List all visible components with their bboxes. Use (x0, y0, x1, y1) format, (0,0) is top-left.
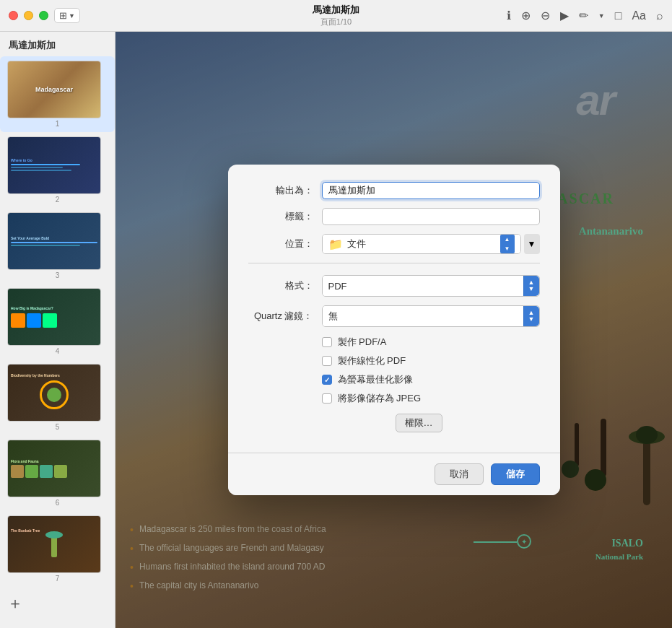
checkbox-row-2: 製作線性化 PDF (322, 354, 540, 367)
checkbox-pdf-a-label: 製作 PDF/A (338, 336, 387, 349)
quartz-label: Quartz 濾鏡： (248, 310, 313, 323)
slide-thumbnail-1[interactable]: Madagascar 1 (0, 56, 115, 132)
add-slide-button[interactable]: ＋ (7, 593, 108, 614)
slide-thumb-image-7: The Baobab Tree (7, 515, 101, 573)
zoom-out-icon[interactable]: ⊖ (541, 9, 550, 22)
export-input[interactable] (322, 182, 540, 199)
export-label: 輸出為： (248, 184, 313, 197)
save-button[interactable]: 儲存 (491, 463, 540, 485)
minimize-button[interactable] (24, 11, 33, 20)
slide-number-6: 6 (7, 497, 108, 507)
view-toggle[interactable]: ⊞ ▼ (54, 8, 80, 23)
checkbox-jpeg[interactable] (322, 393, 332, 404)
canvas-area: ar MADAGASCAR ✦ Antananarivo ✦ ISALONati… (115, 32, 672, 628)
format-icon[interactable]: Aa (632, 9, 646, 22)
quartz-row: Quartz 濾鏡： 無 ▲ ▼ (248, 305, 540, 327)
slide-thumb-image-5: Biodiversity by the Numbers (7, 364, 101, 422)
toolbar-tools: ℹ ⊕ ⊖ ▶ ✏ ▼ □ Aa ⌕ (507, 9, 663, 22)
zoom-in-icon[interactable]: ⊕ (521, 9, 531, 22)
plus-icon: ＋ (7, 593, 23, 614)
format-arrow: ▲ ▼ (523, 276, 539, 296)
chevron-down-icon: ▼ (69, 12, 75, 19)
slide-number-5: 5 (7, 422, 108, 431)
export-name-row: 輸出為： (248, 182, 540, 199)
view-icon: ⊞ (59, 10, 67, 21)
location-stepper[interactable]: 📁 文件 ▲ ▼ (322, 234, 521, 254)
location-label: 位置： (248, 237, 313, 250)
stepper-arrows[interactable]: ▲ ▼ (500, 235, 515, 253)
maximize-button[interactable] (39, 11, 48, 20)
dialog-actions: 取消 儲存 (228, 453, 560, 495)
info-icon[interactable]: ℹ (507, 9, 511, 22)
format-label: 格式： (248, 279, 313, 292)
save-dialog: 輸出為： 標籤： 位置： 📁 文件 (228, 165, 560, 495)
tags-input[interactable] (322, 208, 540, 225)
checkbox-row-3: ✓ 為螢幕最佳化影像 (322, 373, 540, 386)
main-area: 馬達加斯加 Madagascar 1 Where to Go 2 (0, 32, 672, 628)
sidebar: 馬達加斯加 Madagascar 1 Where to Go 2 (0, 32, 115, 628)
tags-label: 標籤： (248, 210, 313, 223)
dialog-overlay: 輸出為： 標籤： 位置： 📁 文件 (115, 32, 672, 628)
slide-number-3: 3 (7, 270, 108, 279)
slide-thumbnail-2[interactable]: Where to Go 2 (0, 132, 115, 208)
checkbox-row-4: 將影像儲存為 JPEG (322, 392, 540, 405)
checkbox-linearized[interactable] (322, 356, 332, 366)
slide-thumb-image-1: Madagascar (7, 61, 101, 118)
slide-thumb-image-6: Flora and Fauna (7, 440, 101, 497)
dialog-divider-1 (248, 263, 540, 263)
slide-thumbnail-7[interactable]: The Baobab Tree 7 (0, 511, 115, 587)
folder-icon: 📁 (328, 237, 343, 251)
checkbox-jpeg-label: 將影像儲存為 JPEG (338, 392, 422, 405)
slide-number-7: 7 (7, 573, 108, 583)
location-display: 📁 文件 ▲ ▼ (323, 235, 520, 253)
tags-row: 標籤： (248, 208, 540, 225)
quartz-value: 無 (323, 306, 523, 326)
slide-number-4: 4 (7, 346, 108, 355)
annotate-icon[interactable]: ✏ (579, 9, 588, 22)
sidebar-title: 馬達加斯加 (0, 32, 115, 56)
shapes-icon[interactable]: □ (615, 9, 622, 22)
quartz-select[interactable]: 無 ▲ ▼ (322, 305, 540, 327)
format-select[interactable]: PDF ▲ ▼ (322, 275, 540, 297)
traffic-lights (9, 11, 48, 20)
slide-thumbnail-6[interactable]: Flora and Fauna 6 (0, 435, 115, 511)
dialog-body: 輸出為： 標籤： 位置： 📁 文件 (228, 165, 560, 453)
permissions-button[interactable]: 權限… (396, 414, 442, 432)
quartz-arrow: ▲ ▼ (523, 306, 539, 326)
location-row: 位置： 📁 文件 ▲ ▼ ▼ (248, 234, 540, 254)
cancel-button[interactable]: 取消 (435, 463, 484, 485)
slide-thumbnail-5[interactable]: Biodiversity by the Numbers 5 (0, 359, 115, 435)
page-indicator: 頁面1/10 (313, 17, 359, 27)
slide-thumb-image-4: How Big is Madagascar? (7, 288, 101, 346)
slide-thumb-image-3: Set Your Average Bald (7, 212, 101, 270)
location-text: 文件 (347, 237, 496, 250)
checkbox-row-1: 製作 PDF/A (322, 336, 540, 349)
slide-number-2: 2 (7, 194, 108, 204)
checkbox-linearized-label: 製作線性化 PDF (338, 354, 406, 367)
slide-number-1: 1 (7, 118, 108, 128)
checkbox-screen-optimize[interactable]: ✓ (322, 375, 332, 385)
format-value: PDF (323, 276, 523, 296)
format-row: 格式： PDF ▲ ▼ (248, 275, 540, 297)
titlebar: ⊞ ▼ 馬達加斯加 頁面1/10 ℹ ⊕ ⊖ ▶ ✏ ▼ □ Aa ⌕ (0, 0, 672, 32)
location-dropdown-btn[interactable]: ▼ (524, 234, 540, 254)
chevron-down-icon[interactable]: ▼ (598, 12, 605, 19)
titlebar-center: 馬達加斯加 頁面1/10 (313, 4, 359, 27)
checkbox-screen-optimize-label: 為螢幕最佳化影像 (338, 373, 413, 386)
present-icon[interactable]: ▶ (560, 9, 569, 22)
slide-thumbnail-4[interactable]: How Big is Madagascar? 4 (0, 284, 115, 359)
permissions-wrapper: 權限… (322, 411, 540, 438)
search-icon[interactable]: ⌕ (656, 9, 663, 22)
checkbox-pdf-a[interactable] (322, 337, 332, 347)
slide-thumbnail-3[interactable]: Set Your Average Bald 3 (0, 208, 115, 284)
close-button[interactable] (9, 11, 18, 20)
window-title: 馬達加斯加 (313, 4, 359, 17)
slide-thumb-image-2: Where to Go (7, 136, 101, 194)
